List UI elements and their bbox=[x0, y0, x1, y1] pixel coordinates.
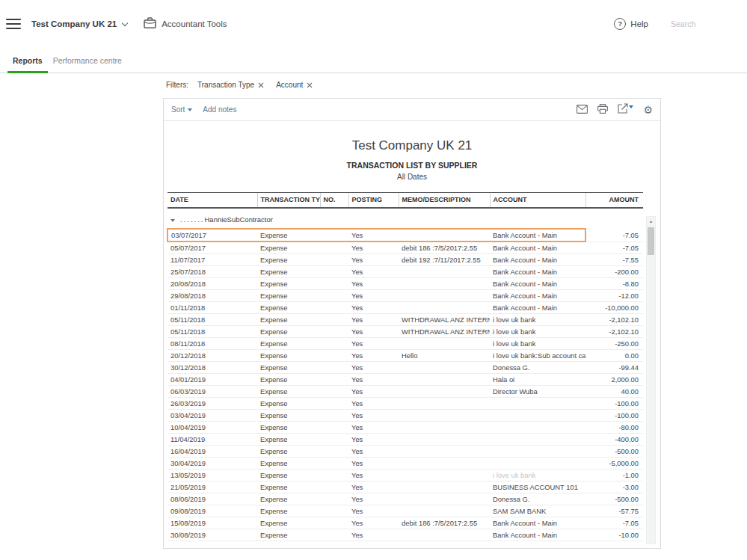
column-header-account[interactable]: ACCOUNT bbox=[490, 193, 585, 209]
table-row[interactable]: 08/06/2019ExpenseYesDonessa G.-500.00 bbox=[167, 493, 643, 505]
cell-amount: -200.00 bbox=[585, 266, 643, 278]
table-row[interactable]: 29/08/2018ExpenseYesBank Account - Main-… bbox=[167, 290, 643, 302]
column-header-posting[interactable]: POSTING bbox=[348, 193, 399, 209]
column-header-amount[interactable]: AMOUNT bbox=[585, 193, 643, 209]
cell-account: Donessa G. bbox=[490, 362, 585, 374]
table-row[interactable]: 30/04/2019ExpenseYes-5,000.00 bbox=[167, 458, 643, 470]
cell-memo: debit 192 :7/11/2017:2.55 bbox=[399, 254, 490, 266]
cell-memo bbox=[399, 458, 490, 470]
table-row[interactable]: 30/08/2019ExpenseYesBank Account - Main-… bbox=[167, 529, 643, 541]
column-header-date[interactable]: DATE bbox=[167, 193, 257, 209]
table-row[interactable]: 16/04/2019ExpenseYes-500.00 bbox=[167, 446, 643, 458]
cell-date: 20/12/2018 bbox=[167, 350, 257, 362]
supplier-group-row[interactable]: .......HannieSubContractor bbox=[167, 208, 643, 229]
scrollbar-thumb[interactable] bbox=[648, 227, 654, 255]
cell-date: 05/11/2018 bbox=[167, 326, 257, 338]
table-row[interactable]: 15/08/2019ExpenseYesdebit 186 :7/5/2017:… bbox=[167, 517, 643, 529]
column-header-memo[interactable]: MEMO/DESCRIPTION bbox=[399, 193, 490, 209]
tab-performance-centre[interactable]: Performance centre bbox=[48, 50, 127, 73]
envelope-icon bbox=[577, 103, 588, 117]
search-input[interactable] bbox=[671, 19, 714, 28]
table-row[interactable]: 03/07/2017ExpenseYesBank Account - Main-… bbox=[167, 229, 643, 241]
cell-memo: debit 186 :7/5/2017:2.55 bbox=[399, 241, 490, 254]
cell-date: 25/07/2018 bbox=[167, 266, 257, 278]
cell-type: Expense bbox=[257, 505, 320, 517]
table-row[interactable]: 06/03/2019ExpenseYesDirector Wuba40.00 bbox=[167, 386, 643, 398]
cell-date: 20/08/2018 bbox=[167, 278, 257, 290]
table-row[interactable]: 20/12/2018ExpenseYesHelloi love uk bank:… bbox=[167, 350, 643, 362]
column-header-transaction-type[interactable]: TRANSACTION TYPE bbox=[257, 193, 320, 209]
table-row[interactable]: 09/08/2019ExpenseYesSAM SAM BANK-57.75 bbox=[167, 505, 643, 517]
email-button[interactable] bbox=[577, 103, 588, 117]
cell-memo bbox=[399, 229, 490, 241]
table-row[interactable]: 30/12/2018ExpenseYesDonessa G.-99.44 bbox=[167, 362, 643, 374]
cell-amount: 0.00 bbox=[585, 350, 643, 362]
cell-amount: -80.00 bbox=[585, 422, 643, 434]
table-row[interactable]: 08/11/2018ExpenseYesi love uk bank-250.0… bbox=[167, 338, 643, 350]
table-row[interactable]: 05/11/2018ExpenseYesWITHDRAWAL ANZ INTER… bbox=[167, 314, 643, 326]
filter-chip-transaction-type[interactable]: Transaction Type bbox=[197, 81, 264, 89]
column-header-no[interactable]: NO. bbox=[320, 193, 348, 209]
cell-no bbox=[320, 374, 348, 386]
table-row[interactable]: 21/05/2019ExpenseYesBUSINESS ACCOUNT 101… bbox=[167, 481, 643, 493]
table-row[interactable]: 10/04/2019ExpenseYes-80.00 bbox=[167, 422, 643, 434]
cell-date: 08/11/2018 bbox=[167, 338, 257, 350]
cell-posting: Yes bbox=[348, 434, 399, 446]
cell-no bbox=[320, 290, 348, 302]
cell-no bbox=[320, 458, 348, 470]
remove-filter-icon[interactable] bbox=[307, 82, 313, 88]
table-row[interactable]: 05/11/2018ExpenseYesWITHDRAWAL ANZ INTER… bbox=[167, 326, 643, 338]
cell-date: 01/11/2018 bbox=[167, 302, 257, 314]
collapse-caret-icon[interactable] bbox=[170, 219, 175, 222]
cell-date: 30/12/2018 bbox=[167, 362, 257, 374]
add-notes-button[interactable]: Add notes bbox=[203, 105, 236, 114]
table-row[interactable]: 11/04/2019ExpenseYes-400.00 bbox=[167, 434, 643, 446]
accountant-tools-button[interactable]: Accountant Tools bbox=[144, 17, 227, 31]
cell-posting: Yes bbox=[348, 266, 399, 278]
print-button[interactable] bbox=[597, 103, 608, 117]
table-row[interactable]: 05/07/2017ExpenseYesdebit 186 :7/5/2017:… bbox=[167, 241, 643, 254]
company-selector[interactable]: Test Company UK 21 bbox=[31, 19, 127, 28]
settings-button[interactable]: ⚙ bbox=[643, 105, 653, 115]
export-button[interactable] bbox=[618, 103, 633, 117]
cell-date: 16/04/2019 bbox=[167, 446, 257, 458]
cell-posting: Yes bbox=[348, 350, 399, 362]
cell-memo bbox=[399, 446, 490, 458]
filter-chip-label: Transaction Type bbox=[197, 81, 254, 89]
table-row[interactable]: 01/11/2018ExpenseYesBank Account - Main-… bbox=[167, 302, 643, 314]
cell-type: Expense bbox=[257, 374, 320, 386]
cell-no bbox=[320, 434, 348, 446]
cell-date: 10/04/2019 bbox=[167, 422, 257, 434]
table-row[interactable]: 26/03/2019ExpenseYes-100.00 bbox=[167, 398, 643, 410]
cell-no bbox=[320, 529, 348, 541]
cell-account bbox=[490, 410, 585, 422]
company-name: Test Company UK 21 bbox=[31, 19, 117, 28]
cell-memo: WITHDRAWAL ANZ INTERNET B... bbox=[399, 326, 490, 338]
tab-reports[interactable]: Reports bbox=[7, 50, 48, 73]
cell-date: 05/11/2018 bbox=[167, 314, 257, 326]
filters-label: Filters: bbox=[166, 81, 188, 89]
filter-chip-account[interactable]: Account bbox=[276, 81, 313, 89]
table-row[interactable]: 03/04/2019ExpenseYes-100.00 bbox=[167, 410, 643, 422]
cell-account: Bank Account - Main bbox=[490, 254, 585, 266]
cell-no bbox=[320, 241, 348, 254]
remove-filter-icon[interactable] bbox=[258, 82, 264, 88]
top-navbar: Test Company UK 21 Accountant Tools ? He… bbox=[0, 0, 747, 48]
table-row[interactable]: 11/07/2017ExpenseYesdebit 192 :7/11/2017… bbox=[167, 254, 643, 266]
cell-account: i love uk bank bbox=[490, 314, 585, 326]
vertical-scrollbar: ▲ bbox=[646, 216, 656, 544]
scroll-up-icon[interactable]: ▲ bbox=[647, 217, 655, 226]
sort-button[interactable]: Sort bbox=[171, 105, 192, 114]
cell-no bbox=[320, 326, 348, 338]
report-header: Test Company UK 21 TRANSACTION LIST BY S… bbox=[164, 138, 660, 181]
table-row[interactable]: 20/08/2018ExpenseYesBank Account - Main-… bbox=[167, 278, 643, 290]
cell-amount: 40.00 bbox=[585, 386, 643, 398]
cell-amount: -100.00 bbox=[585, 410, 643, 422]
table-row[interactable]: 25/07/2018ExpenseYesBank Account - Main-… bbox=[167, 266, 643, 278]
cell-type: Expense bbox=[257, 481, 320, 493]
hamburger-menu-icon[interactable] bbox=[6, 19, 21, 29]
cell-type: Expense bbox=[257, 266, 320, 278]
help-button[interactable]: ? Help bbox=[614, 18, 648, 30]
table-row[interactable]: 13/05/2019ExpenseYesi love uk bank-1.00 bbox=[167, 470, 643, 481]
table-row[interactable]: 04/01/2019ExpenseYesHala oi2,000.00 bbox=[167, 374, 643, 386]
